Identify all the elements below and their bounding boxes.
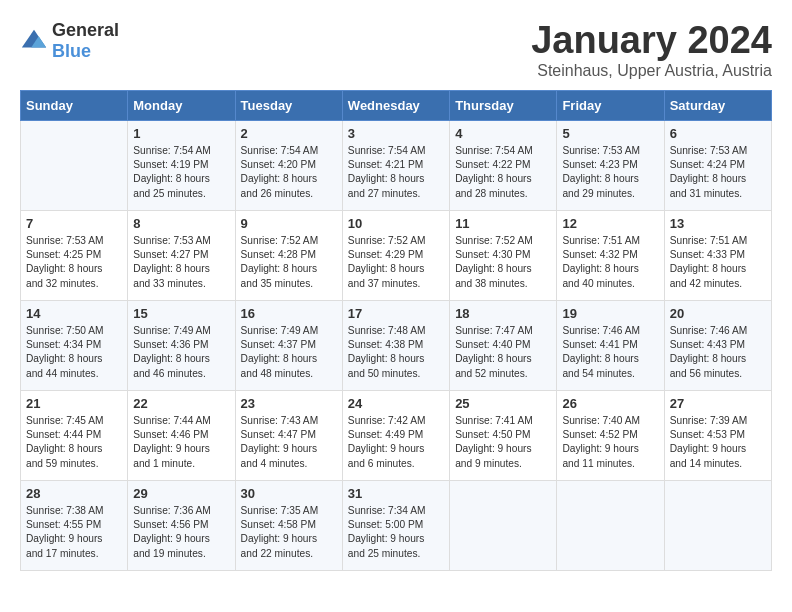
- calendar-cell: 19Sunrise: 7:46 AM Sunset: 4:41 PM Dayli…: [557, 300, 664, 390]
- cell-content: Sunrise: 7:50 AM Sunset: 4:34 PM Dayligh…: [26, 324, 122, 381]
- calendar-cell: 6Sunrise: 7:53 AM Sunset: 4:24 PM Daylig…: [664, 120, 771, 210]
- day-number: 25: [455, 396, 551, 411]
- calendar-cell: 4Sunrise: 7:54 AM Sunset: 4:22 PM Daylig…: [450, 120, 557, 210]
- day-number: 22: [133, 396, 229, 411]
- calendar-cell: 2Sunrise: 7:54 AM Sunset: 4:20 PM Daylig…: [235, 120, 342, 210]
- calendar-cell: 28Sunrise: 7:38 AM Sunset: 4:55 PM Dayli…: [21, 480, 128, 570]
- day-number: 9: [241, 216, 337, 231]
- page-header: General Blue January 2024 Steinhaus, Upp…: [20, 20, 772, 80]
- calendar-table: SundayMondayTuesdayWednesdayThursdayFrid…: [20, 90, 772, 571]
- cell-content: Sunrise: 7:46 AM Sunset: 4:43 PM Dayligh…: [670, 324, 766, 381]
- weekday-header: Tuesday: [235, 90, 342, 120]
- cell-content: Sunrise: 7:52 AM Sunset: 4:29 PM Dayligh…: [348, 234, 444, 291]
- day-number: 11: [455, 216, 551, 231]
- calendar-cell: 12Sunrise: 7:51 AM Sunset: 4:32 PM Dayli…: [557, 210, 664, 300]
- day-number: 19: [562, 306, 658, 321]
- day-number: 13: [670, 216, 766, 231]
- cell-content: Sunrise: 7:51 AM Sunset: 4:32 PM Dayligh…: [562, 234, 658, 291]
- day-number: 24: [348, 396, 444, 411]
- weekday-header: Wednesday: [342, 90, 449, 120]
- calendar-subtitle: Steinhaus, Upper Austria, Austria: [531, 62, 772, 80]
- day-number: 29: [133, 486, 229, 501]
- calendar-cell: 18Sunrise: 7:47 AM Sunset: 4:40 PM Dayli…: [450, 300, 557, 390]
- calendar-cell: 15Sunrise: 7:49 AM Sunset: 4:36 PM Dayli…: [128, 300, 235, 390]
- cell-content: Sunrise: 7:53 AM Sunset: 4:25 PM Dayligh…: [26, 234, 122, 291]
- calendar-week-row: 21Sunrise: 7:45 AM Sunset: 4:44 PM Dayli…: [21, 390, 772, 480]
- cell-content: Sunrise: 7:45 AM Sunset: 4:44 PM Dayligh…: [26, 414, 122, 471]
- cell-content: Sunrise: 7:54 AM Sunset: 4:22 PM Dayligh…: [455, 144, 551, 201]
- cell-content: Sunrise: 7:47 AM Sunset: 4:40 PM Dayligh…: [455, 324, 551, 381]
- cell-content: Sunrise: 7:52 AM Sunset: 4:28 PM Dayligh…: [241, 234, 337, 291]
- weekday-header: Friday: [557, 90, 664, 120]
- calendar-cell: 10Sunrise: 7:52 AM Sunset: 4:29 PM Dayli…: [342, 210, 449, 300]
- day-number: 1: [133, 126, 229, 141]
- day-number: 17: [348, 306, 444, 321]
- day-number: 30: [241, 486, 337, 501]
- day-number: 8: [133, 216, 229, 231]
- day-number: 27: [670, 396, 766, 411]
- calendar-cell: 13Sunrise: 7:51 AM Sunset: 4:33 PM Dayli…: [664, 210, 771, 300]
- calendar-cell: 7Sunrise: 7:53 AM Sunset: 4:25 PM Daylig…: [21, 210, 128, 300]
- title-block: January 2024 Steinhaus, Upper Austria, A…: [531, 20, 772, 80]
- day-number: 5: [562, 126, 658, 141]
- cell-content: Sunrise: 7:43 AM Sunset: 4:47 PM Dayligh…: [241, 414, 337, 471]
- calendar-cell: 1Sunrise: 7:54 AM Sunset: 4:19 PM Daylig…: [128, 120, 235, 210]
- day-number: 15: [133, 306, 229, 321]
- calendar-cell: 21Sunrise: 7:45 AM Sunset: 4:44 PM Dayli…: [21, 390, 128, 480]
- calendar-cell: 16Sunrise: 7:49 AM Sunset: 4:37 PM Dayli…: [235, 300, 342, 390]
- calendar-title: January 2024: [531, 20, 772, 62]
- cell-content: Sunrise: 7:54 AM Sunset: 4:19 PM Dayligh…: [133, 144, 229, 201]
- cell-content: Sunrise: 7:46 AM Sunset: 4:41 PM Dayligh…: [562, 324, 658, 381]
- calendar-cell: 14Sunrise: 7:50 AM Sunset: 4:34 PM Dayli…: [21, 300, 128, 390]
- cell-content: Sunrise: 7:42 AM Sunset: 4:49 PM Dayligh…: [348, 414, 444, 471]
- calendar-header-row: SundayMondayTuesdayWednesdayThursdayFrid…: [21, 90, 772, 120]
- day-number: 6: [670, 126, 766, 141]
- day-number: 21: [26, 396, 122, 411]
- cell-content: Sunrise: 7:54 AM Sunset: 4:20 PM Dayligh…: [241, 144, 337, 201]
- day-number: 3: [348, 126, 444, 141]
- calendar-cell: 11Sunrise: 7:52 AM Sunset: 4:30 PM Dayli…: [450, 210, 557, 300]
- calendar-cell: 30Sunrise: 7:35 AM Sunset: 4:58 PM Dayli…: [235, 480, 342, 570]
- calendar-cell: [664, 480, 771, 570]
- calendar-week-row: 14Sunrise: 7:50 AM Sunset: 4:34 PM Dayli…: [21, 300, 772, 390]
- cell-content: Sunrise: 7:38 AM Sunset: 4:55 PM Dayligh…: [26, 504, 122, 561]
- calendar-week-row: 28Sunrise: 7:38 AM Sunset: 4:55 PM Dayli…: [21, 480, 772, 570]
- calendar-cell: 20Sunrise: 7:46 AM Sunset: 4:43 PM Dayli…: [664, 300, 771, 390]
- logo-icon: [20, 27, 48, 55]
- calendar-cell: [450, 480, 557, 570]
- calendar-cell: 8Sunrise: 7:53 AM Sunset: 4:27 PM Daylig…: [128, 210, 235, 300]
- day-number: 7: [26, 216, 122, 231]
- cell-content: Sunrise: 7:34 AM Sunset: 5:00 PM Dayligh…: [348, 504, 444, 561]
- cell-content: Sunrise: 7:51 AM Sunset: 4:33 PM Dayligh…: [670, 234, 766, 291]
- day-number: 20: [670, 306, 766, 321]
- weekday-header: Monday: [128, 90, 235, 120]
- calendar-cell: 29Sunrise: 7:36 AM Sunset: 4:56 PM Dayli…: [128, 480, 235, 570]
- calendar-cell: 26Sunrise: 7:40 AM Sunset: 4:52 PM Dayli…: [557, 390, 664, 480]
- logo: General Blue: [20, 20, 119, 62]
- day-number: 23: [241, 396, 337, 411]
- weekday-header: Thursday: [450, 90, 557, 120]
- day-number: 12: [562, 216, 658, 231]
- logo-text-general: General: [52, 20, 119, 40]
- cell-content: Sunrise: 7:48 AM Sunset: 4:38 PM Dayligh…: [348, 324, 444, 381]
- cell-content: Sunrise: 7:35 AM Sunset: 4:58 PM Dayligh…: [241, 504, 337, 561]
- calendar-cell: 25Sunrise: 7:41 AM Sunset: 4:50 PM Dayli…: [450, 390, 557, 480]
- cell-content: Sunrise: 7:53 AM Sunset: 4:24 PM Dayligh…: [670, 144, 766, 201]
- calendar-cell: 22Sunrise: 7:44 AM Sunset: 4:46 PM Dayli…: [128, 390, 235, 480]
- calendar-cell: 3Sunrise: 7:54 AM Sunset: 4:21 PM Daylig…: [342, 120, 449, 210]
- weekday-header: Sunday: [21, 90, 128, 120]
- cell-content: Sunrise: 7:54 AM Sunset: 4:21 PM Dayligh…: [348, 144, 444, 201]
- calendar-cell: [557, 480, 664, 570]
- cell-content: Sunrise: 7:53 AM Sunset: 4:23 PM Dayligh…: [562, 144, 658, 201]
- cell-content: Sunrise: 7:53 AM Sunset: 4:27 PM Dayligh…: [133, 234, 229, 291]
- calendar-cell: 9Sunrise: 7:52 AM Sunset: 4:28 PM Daylig…: [235, 210, 342, 300]
- calendar-week-row: 7Sunrise: 7:53 AM Sunset: 4:25 PM Daylig…: [21, 210, 772, 300]
- cell-content: Sunrise: 7:49 AM Sunset: 4:37 PM Dayligh…: [241, 324, 337, 381]
- calendar-cell: [21, 120, 128, 210]
- day-number: 18: [455, 306, 551, 321]
- cell-content: Sunrise: 7:39 AM Sunset: 4:53 PM Dayligh…: [670, 414, 766, 471]
- day-number: 28: [26, 486, 122, 501]
- calendar-cell: 24Sunrise: 7:42 AM Sunset: 4:49 PM Dayli…: [342, 390, 449, 480]
- cell-content: Sunrise: 7:52 AM Sunset: 4:30 PM Dayligh…: [455, 234, 551, 291]
- day-number: 26: [562, 396, 658, 411]
